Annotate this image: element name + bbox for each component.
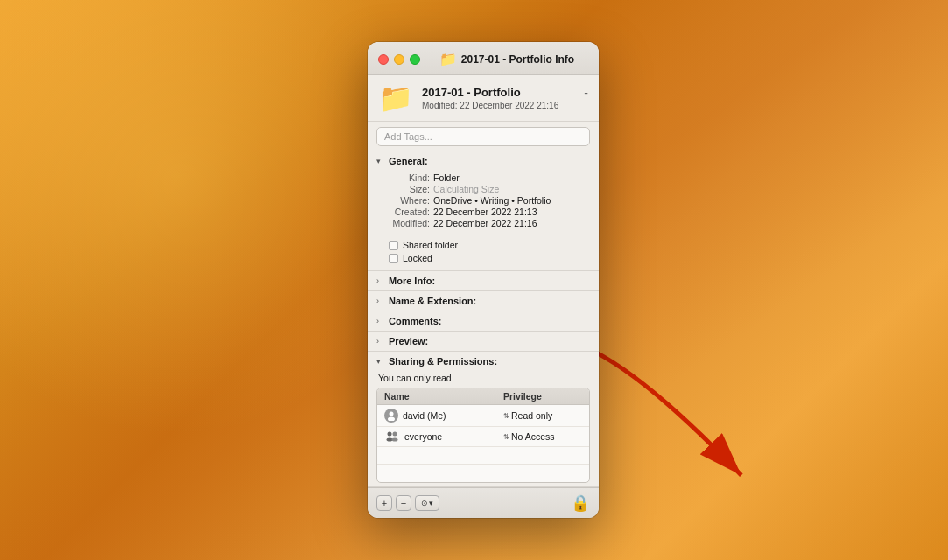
info-row-kind: Kind: Folder — [382, 172, 590, 183]
user-everyone: everyone — [384, 430, 503, 443]
table-row: david (Me) ⇅ Read only — [377, 405, 589, 427]
kind-val: Folder — [433, 172, 460, 183]
svg-point-3 — [388, 432, 392, 437]
group-icon — [384, 430, 400, 443]
folder-icon: 📁 — [439, 51, 457, 67]
file-header: 📁 2017-01 - Portfolio Modified: 22 Decem… — [368, 75, 599, 122]
title-bar: 📁 2017-01 - Portfolio Info — [368, 42, 599, 75]
locked-checkbox[interactable] — [389, 254, 398, 263]
created-key: Created: — [382, 206, 430, 217]
modified-key: Modified: — [382, 218, 430, 228]
svg-point-6 — [392, 438, 398, 442]
name-ext-toggle-icon: › — [376, 297, 385, 305]
col-name-header: Name — [384, 391, 503, 402]
shared-folder-row: Shared folder — [389, 240, 590, 250]
username-david: david (Me) — [403, 410, 446, 421]
locked-label: Locked — [403, 253, 432, 263]
modified-date: 22 December 2022 21:16 — [460, 101, 558, 110]
lock-icon[interactable]: 🔒 — [571, 494, 590, 513]
minimize-button[interactable] — [394, 54, 404, 65]
preview-label: Preview: — [389, 336, 428, 346]
action-button[interactable]: ⊙ ▾ — [415, 495, 439, 511]
info-row-size: Size: Calculating Size — [382, 184, 590, 194]
svg-point-1 — [390, 412, 394, 416]
add-button[interactable]: + — [376, 495, 392, 511]
privilege-value-everyone: No Access — [511, 431, 555, 442]
more-info-section: › More Info: — [368, 271, 599, 291]
info-window: 📁 2017-01 - Portfolio Info 📁 2017-01 - P… — [368, 42, 599, 518]
empty-row — [377, 465, 589, 482]
folder-icon-large: 📁 — [378, 84, 413, 112]
info-row-modified: Modified: 22 December 2022 21:16 — [382, 218, 590, 228]
svg-point-4 — [387, 438, 393, 442]
sharing-section: ▾ Sharing & Permissions: You can only re… — [368, 352, 599, 487]
permissions-table: Name Privilege david (Me) ⇅ Read on — [376, 388, 590, 483]
privilege-arrow-icon2: ⇅ — [503, 433, 509, 441]
comments-section: › Comments: — [368, 312, 599, 332]
privilege-everyone[interactable]: ⇅ No Access — [503, 431, 582, 442]
preview-section: › Preview: — [368, 332, 599, 352]
action-chevron-icon: ▾ — [429, 499, 433, 508]
general-toggle-icon: ▾ — [376, 157, 385, 165]
where-val: OneDrive • Writing • Portfolio — [433, 195, 551, 206]
window-title: 2017-01 - Portfolio Info — [461, 53, 574, 66]
general-content: Kind: Folder Size: Calculating Size Wher… — [368, 171, 599, 236]
tags-input[interactable]: Add Tags... — [376, 127, 590, 146]
svg-point-2 — [388, 417, 395, 422]
empty-row — [377, 447, 589, 465]
modified-val: 22 December 2022 21:16 — [433, 218, 537, 228]
action-icon: ⊙ — [421, 499, 428, 508]
maximize-button[interactable] — [410, 54, 420, 65]
col-privilege-header: Privilege — [503, 391, 582, 402]
file-modified: Modified: 22 December 2022 21:16 — [422, 101, 575, 110]
more-info-label: More Info: — [389, 276, 435, 286]
sharing-toggle-icon: ▾ — [376, 357, 385, 366]
file-name: 2017-01 - Portfolio — [422, 86, 575, 99]
privilege-arrow-icon: ⇅ — [503, 412, 509, 420]
perm-header: Name Privilege — [377, 388, 589, 405]
comments-toggle-icon: › — [376, 317, 385, 326]
sharing-label: Sharing & Permissions: — [389, 356, 497, 367]
preview-header[interactable]: › Preview: — [368, 332, 599, 351]
size-val: Calculating Size — [433, 184, 499, 194]
user-david: david (Me) — [384, 409, 503, 423]
traffic-lights — [378, 54, 420, 65]
name-extension-label: Name & Extension: — [389, 296, 476, 306]
sharing-header[interactable]: ▾ Sharing & Permissions: — [368, 352, 599, 371]
title-bar-content: 📁 2017-01 - Portfolio Info — [425, 51, 588, 67]
general-section-header[interactable]: ▾ General: — [368, 151, 599, 171]
svg-point-5 — [393, 432, 397, 437]
bottom-toolbar: + − ⊙ ▾ 🔒 — [368, 487, 599, 518]
preview-toggle-icon: › — [376, 337, 385, 346]
info-row-created: Created: 22 December 2022 21:13 — [382, 206, 590, 217]
info-row-where: Where: OneDrive • Writing • Portfolio — [382, 195, 590, 206]
size-key: Size: — [382, 184, 430, 194]
person-icon — [384, 409, 398, 423]
name-extension-section: › Name & Extension: — [368, 291, 599, 312]
more-info-header[interactable]: › More Info: — [368, 271, 599, 290]
where-key: Where: — [382, 195, 430, 206]
file-dash: - — [584, 86, 588, 100]
table-row: everyone ⇅ No Access — [377, 427, 589, 447]
shared-folder-label: Shared folder — [403, 240, 458, 250]
kind-key: Kind: — [382, 172, 430, 183]
username-everyone: everyone — [404, 431, 442, 442]
comments-label: Comments: — [389, 316, 442, 326]
privilege-david[interactable]: ⇅ Read only — [503, 410, 582, 421]
file-info: 2017-01 - Portfolio Modified: 22 Decembe… — [422, 86, 575, 110]
more-info-toggle-icon: › — [376, 276, 385, 285]
close-button[interactable] — [378, 54, 389, 65]
general-section-label: General: — [389, 156, 428, 166]
comments-header[interactable]: › Comments: — [368, 312, 599, 331]
remove-button[interactable]: − — [396, 495, 411, 511]
general-section: ▾ General: Kind: Folder Size: Calculatin… — [368, 151, 599, 271]
sharing-read-notice: You can only read — [368, 371, 599, 388]
name-extension-header[interactable]: › Name & Extension: — [368, 291, 599, 311]
shared-folder-checkbox[interactable] — [389, 241, 398, 250]
created-val: 22 December 2022 21:13 — [433, 206, 537, 217]
privilege-value-david: Read only — [511, 410, 552, 421]
checkbox-group: Shared folder Locked — [368, 236, 599, 270]
modified-label: Modified: — [422, 101, 458, 110]
locked-row: Locked — [389, 253, 590, 263]
